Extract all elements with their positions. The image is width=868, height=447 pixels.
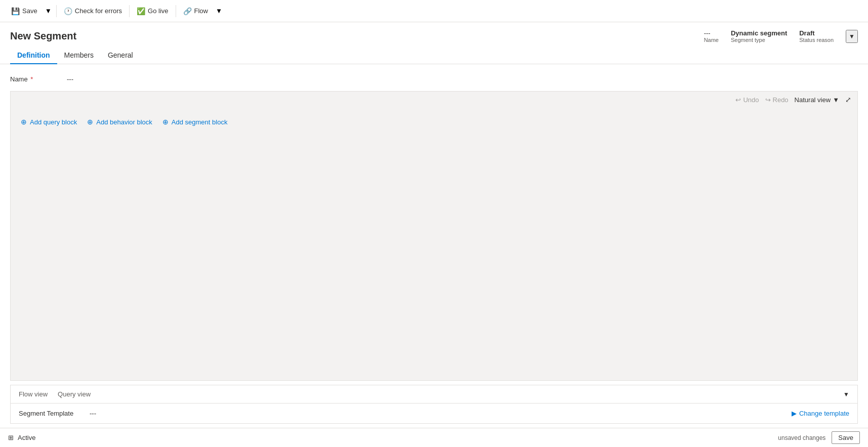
template-label: Segment Template bbox=[19, 410, 90, 417]
flow-button[interactable]: 🔗 Flow bbox=[178, 5, 213, 18]
bottom-content: Segment Template --- ▶ Change template bbox=[11, 403, 857, 423]
toolbar-divider-1 bbox=[56, 5, 57, 17]
status-left: ⊞ Active bbox=[8, 434, 35, 441]
undo-button[interactable]: ↩ Undo bbox=[735, 96, 759, 104]
go-live-button[interactable]: ✅ Go live bbox=[132, 5, 173, 18]
bottom-header[interactable]: Flow view Query view ▼ bbox=[11, 385, 857, 403]
add-segment-block-icon: ⊕ bbox=[162, 118, 169, 126]
meta-segment-type-value: Dynamic segment bbox=[731, 29, 787, 37]
canvas-toolbar: ↩ Undo ↪ Redo Natural view ▼ ⤢ bbox=[11, 92, 857, 108]
meta-segment-type-label: Segment type bbox=[731, 37, 765, 43]
header-caret-button[interactable]: ▼ bbox=[846, 30, 858, 43]
name-label: Name * bbox=[10, 75, 61, 83]
flow-view-tab[interactable]: Flow view bbox=[19, 390, 48, 398]
meta-status-reason-label: Status reason bbox=[799, 37, 834, 43]
add-behavior-block-button[interactable]: ⊕ Add behavior block bbox=[87, 118, 152, 126]
add-behavior-block-icon: ⊕ bbox=[87, 118, 93, 126]
flow-dropdown-caret[interactable]: ▼ bbox=[213, 5, 225, 17]
toolbar: 💾 Save ▼ 🕐 Check for errors ✅ Go live 🔗 … bbox=[0, 0, 868, 22]
tab-general[interactable]: General bbox=[101, 47, 140, 64]
status-text: Active bbox=[18, 434, 35, 441]
status-bar: ⊞ Active unsaved changes Save bbox=[0, 428, 868, 447]
check-errors-button[interactable]: 🕐 Check for errors bbox=[59, 5, 127, 18]
tabs: Definition Members General bbox=[0, 47, 868, 64]
meta-name-value: --- bbox=[704, 29, 711, 37]
add-segment-block-button[interactable]: ⊕ Add segment block bbox=[162, 118, 228, 126]
unsaved-changes-text: unsaved changes bbox=[778, 434, 825, 441]
header-meta: --- Name Dynamic segment Segment type Dr… bbox=[704, 29, 858, 43]
meta-segment-type: Dynamic segment Segment type bbox=[731, 29, 787, 43]
bottom-section: Flow view Query view ▼ Segment Template … bbox=[10, 385, 858, 424]
bottom-section-caret[interactable]: ▼ bbox=[843, 391, 849, 398]
flow-icon: 🔗 bbox=[183, 7, 192, 15]
statusbar-save-button[interactable]: Save bbox=[832, 431, 860, 444]
block-actions: ⊕ Add query block ⊕ Add behavior block ⊕… bbox=[21, 118, 227, 126]
form-area: Name * --- bbox=[0, 64, 868, 91]
add-query-block-icon: ⊕ bbox=[21, 118, 27, 126]
undo-icon: ↩ bbox=[735, 96, 741, 104]
go-live-icon: ✅ bbox=[137, 7, 145, 15]
check-errors-icon: 🕐 bbox=[64, 7, 72, 15]
status-icon: ⊞ bbox=[8, 434, 14, 441]
name-form-row: Name * --- bbox=[10, 71, 858, 87]
change-template-button[interactable]: ▶ Change template bbox=[792, 410, 849, 417]
canvas-wrapper: ↩ Undo ↪ Redo Natural view ▼ ⤢ ⊕ Add que… bbox=[10, 91, 858, 381]
add-query-block-button[interactable]: ⊕ Add query block bbox=[21, 118, 77, 126]
meta-name-label: Name bbox=[704, 37, 719, 43]
expand-canvas-button[interactable]: ⤢ bbox=[845, 96, 851, 104]
save-dropdown-caret[interactable]: ▼ bbox=[43, 5, 54, 17]
page-title: New Segment bbox=[10, 30, 76, 42]
meta-status-reason-value: Draft bbox=[799, 29, 814, 37]
save-button[interactable]: 💾 Save bbox=[6, 5, 43, 18]
meta-status-reason: Draft Status reason bbox=[799, 29, 834, 43]
meta-name: --- Name bbox=[704, 29, 719, 43]
redo-icon: ↪ bbox=[765, 96, 771, 104]
toolbar-divider-3 bbox=[176, 5, 176, 17]
toolbar-divider-2 bbox=[129, 5, 130, 17]
tab-members[interactable]: Members bbox=[57, 47, 101, 64]
save-icon: 💾 bbox=[11, 7, 20, 15]
canvas-body: ⊕ Add query block ⊕ Add behavior block ⊕… bbox=[11, 108, 857, 380]
page-header: New Segment --- Name Dynamic segment Seg… bbox=[0, 22, 868, 47]
main-content: New Segment --- Name Dynamic segment Seg… bbox=[0, 22, 868, 428]
view-selector-caret: ▼ bbox=[833, 96, 839, 104]
change-template-icon: ▶ bbox=[792, 410, 797, 417]
bottom-tabs: Flow view Query view bbox=[19, 390, 91, 398]
template-value: --- bbox=[90, 410, 792, 417]
view-selector[interactable]: Natural view ▼ bbox=[795, 96, 839, 104]
query-view-tab[interactable]: Query view bbox=[58, 390, 91, 398]
name-value: --- bbox=[67, 75, 73, 83]
tab-definition[interactable]: Definition bbox=[10, 47, 57, 64]
status-right: unsaved changes Save bbox=[778, 431, 860, 444]
redo-button[interactable]: ↪ Redo bbox=[765, 96, 789, 104]
required-asterisk: * bbox=[30, 75, 33, 83]
